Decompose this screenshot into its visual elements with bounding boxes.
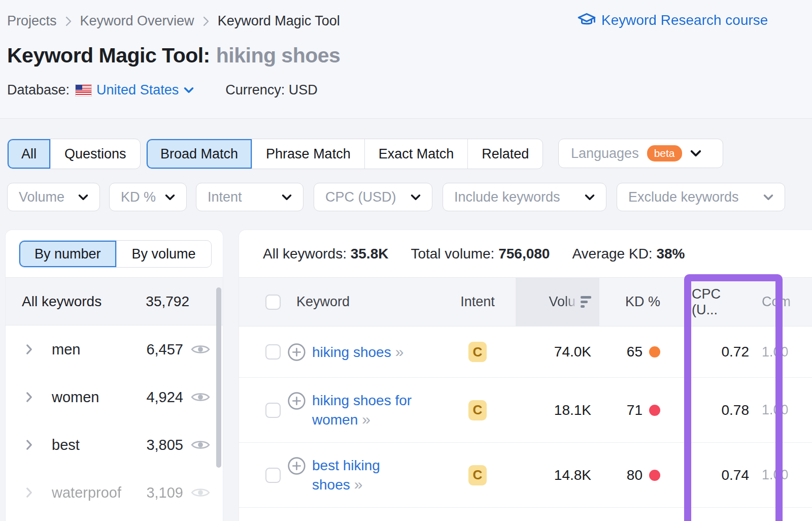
kd-filter-dropdown[interactable]: KD % (109, 183, 187, 211)
tab-all[interactable]: All (8, 139, 50, 169)
toggle-by-volume[interactable]: By volume (116, 241, 211, 267)
breadcrumb-projects[interactable]: Projects (7, 13, 57, 29)
add-keyword-icon[interactable] (287, 457, 306, 475)
beta-badge: beta (647, 145, 682, 161)
double-arrow-icon[interactable]: » (395, 343, 404, 360)
eye-icon[interactable] (191, 438, 210, 451)
column-intent[interactable]: Intent (439, 278, 516, 326)
keywords-table-card: All keywords: 35.8K Total volume: 756,08… (239, 230, 812, 521)
chevron-right-icon[interactable] (26, 392, 32, 403)
tab-questions[interactable]: Questions (50, 139, 140, 169)
add-keyword-icon[interactable] (287, 392, 306, 410)
keyword-magic-tool-page: Projects Keyword Overview Keyword Magic … (0, 0, 812, 521)
stat-average-kd: Average KD: 38% (572, 246, 685, 262)
chevron-right-icon[interactable] (26, 344, 32, 355)
volume-cell: 14.8K (516, 467, 599, 483)
kd-cell: 71 (599, 402, 665, 418)
languages-dropdown[interactable]: Languages beta (558, 139, 723, 168)
volume-filter-dropdown[interactable]: Volume (7, 183, 100, 211)
keyword-type-tabs: All Questions (7, 139, 141, 169)
chevron-down-icon (165, 194, 175, 201)
table-row: best hiking shoes» C 14.8K 80 0.74 1.00 (239, 443, 812, 508)
intent-badge-commercial: C (468, 342, 487, 362)
database-value: United States (96, 82, 179, 98)
cpc-cell: 0.78 (681, 402, 762, 418)
cpc-filter-label: CPC (USD) (325, 189, 396, 205)
intent-badge-commercial: C (468, 400, 487, 420)
double-arrow-icon[interactable]: » (354, 476, 363, 493)
table-header-row: Keyword Intent Volu KD % CPC (U... Com (239, 277, 812, 327)
languages-label: Languages (571, 146, 639, 161)
sidebar-scrollbar[interactable] (216, 287, 221, 468)
keyword-link[interactable]: hiking shoes (312, 344, 391, 360)
chevron-down-icon (184, 87, 194, 93)
column-kd[interactable]: KD % (599, 278, 665, 326)
chevron-down-icon (763, 194, 773, 201)
com-cell: 1.00 (762, 467, 812, 483)
database-selector[interactable]: United States (76, 82, 194, 98)
chevron-right-icon[interactable] (26, 487, 32, 498)
column-cpc[interactable]: CPC (U... (681, 278, 762, 326)
match-type-tabs: Broad Match Phrase Match Exact Match Rel… (146, 139, 543, 169)
group-label: women (52, 389, 146, 406)
page-title-query: hiking shoes (216, 44, 341, 67)
tab-exact-match[interactable]: Exact Match (364, 139, 468, 169)
group-row-best[interactable]: best 3,805 (6, 421, 223, 469)
cpc-filter-dropdown[interactable]: CPC (USD) (314, 183, 432, 211)
graduation-cap-icon (578, 12, 596, 28)
table-stats: All keywords: 35.8K Total volume: 756,08… (239, 230, 812, 277)
row-checkbox[interactable] (265, 468, 281, 483)
group-label: men (52, 341, 146, 358)
group-count: 6,457 (146, 341, 183, 358)
com-cell: 1.00 (762, 402, 812, 418)
group-row-waterproof[interactable]: waterproof 3,109 (6, 469, 223, 516)
kd-difficulty-dot (649, 346, 660, 357)
eye-icon[interactable] (191, 343, 210, 356)
toggle-by-number[interactable]: By number (19, 241, 116, 267)
column-volume[interactable]: Volu (516, 278, 599, 326)
tab-broad-match[interactable]: Broad Match (147, 139, 252, 169)
filters-section: All Questions Broad Match Phrase Match E… (0, 118, 812, 230)
include-keywords-dropdown[interactable]: Include keywords (443, 183, 606, 211)
chevron-right-icon[interactable] (26, 439, 32, 450)
select-all-checkbox[interactable] (265, 295, 281, 310)
kd-difficulty-dot (649, 405, 660, 416)
keyword-groups-sidebar: By number By volume All keywords 35,792 … (5, 230, 223, 521)
keyword-research-course-link[interactable]: Keyword Research course (578, 12, 812, 28)
row-checkbox[interactable] (265, 403, 281, 418)
cpc-cell: 0.72 (681, 344, 762, 360)
double-arrow-icon[interactable]: » (362, 411, 370, 428)
chevron-down-icon (282, 194, 292, 201)
all-keywords-label: All keywords (22, 294, 101, 310)
all-keywords-count: 35,792 (146, 294, 189, 310)
eye-icon[interactable] (191, 486, 210, 499)
row-checkbox[interactable] (265, 344, 281, 360)
volume-cell: 74.0K (516, 344, 599, 360)
chevron-down-icon (78, 194, 88, 201)
table-row: hiking shoes for women» C 18.1K 71 0.78 … (239, 378, 812, 443)
keyword-link[interactable]: best hiking shoes (312, 458, 380, 493)
exclude-keywords-dropdown[interactable]: Exclude keywords (617, 183, 785, 211)
tab-related[interactable]: Related (467, 139, 543, 169)
chevron-right-icon (65, 16, 72, 27)
group-row-women[interactable]: women 4,924 (6, 373, 223, 421)
add-keyword-icon[interactable] (287, 343, 306, 362)
tab-phrase-match[interactable]: Phrase Match (252, 139, 364, 169)
breadcrumb-keyword-overview[interactable]: Keyword Overview (80, 13, 194, 29)
group-row-men[interactable]: men 6,457 (6, 325, 223, 373)
chevron-down-icon (690, 150, 701, 157)
column-keyword[interactable]: Keyword (287, 278, 439, 326)
stat-all-keywords: All keywords: 35.8K (263, 246, 388, 262)
intent-filter-dropdown[interactable]: Intent (196, 183, 303, 211)
column-com[interactable]: Com (762, 278, 812, 326)
kd-cell: 65 (599, 344, 665, 360)
eye-icon[interactable] (191, 390, 210, 404)
stat-total-volume: Total volume: 756,080 (411, 246, 550, 262)
group-count: 4,924 (146, 389, 183, 406)
group-label: waterproof (52, 484, 146, 501)
table-row: hiking shoes» C 74.0K 65 0.72 1.00 (239, 327, 812, 378)
all-keywords-row[interactable]: All keywords 35,792 (6, 277, 223, 325)
database-label: Database: (7, 82, 70, 98)
chevron-down-icon (585, 194, 595, 201)
com-cell: 1.00 (762, 344, 812, 360)
